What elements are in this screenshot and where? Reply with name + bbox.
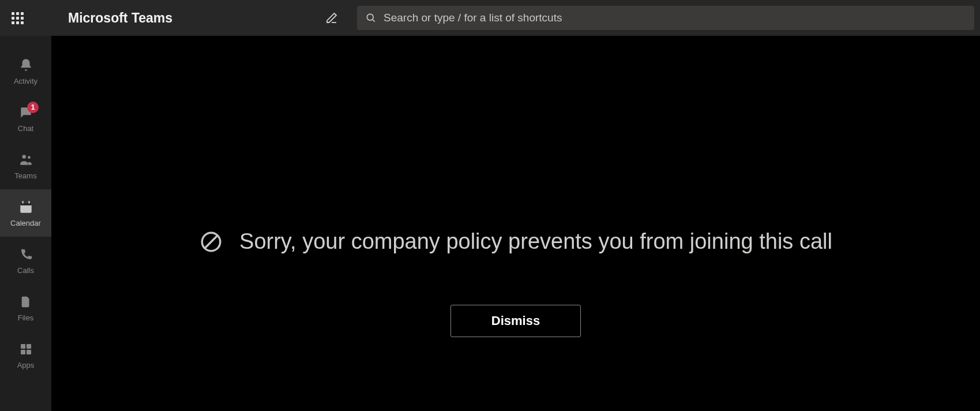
svg-rect-10 bbox=[21, 350, 25, 354]
svg-point-2 bbox=[22, 155, 26, 159]
search-box[interactable] bbox=[357, 6, 974, 30]
rail-item-apps[interactable]: Apps bbox=[0, 331, 51, 379]
main-content: Sorry, your company policy prevents you … bbox=[51, 36, 980, 411]
waffle-icon bbox=[12, 12, 24, 24]
calendar-icon bbox=[18, 199, 34, 215]
app-launcher-button[interactable] bbox=[0, 0, 35, 36]
rail-label-activity: Activity bbox=[14, 77, 37, 85]
header-bar: Microsoft Teams bbox=[0, 0, 980, 36]
svg-rect-8 bbox=[21, 344, 25, 349]
prohibited-icon bbox=[199, 230, 223, 254]
rail-item-files[interactable]: Files bbox=[0, 284, 51, 331]
rail-item-calls[interactable]: Calls bbox=[0, 237, 51, 284]
rail-label-teams: Teams bbox=[14, 171, 36, 180]
error-message-row: Sorry, your company policy prevents you … bbox=[199, 229, 832, 254]
error-message-text: Sorry, your company policy prevents you … bbox=[239, 229, 832, 254]
svg-line-13 bbox=[205, 236, 217, 248]
bell-icon bbox=[18, 57, 34, 73]
rail-label-calls: Calls bbox=[17, 266, 34, 275]
phone-icon bbox=[18, 246, 34, 263]
compose-icon bbox=[325, 11, 339, 25]
rail-label-calendar: Calendar bbox=[10, 219, 41, 227]
svg-line-1 bbox=[373, 20, 375, 22]
rail-label-chat: Chat bbox=[18, 124, 33, 133]
app-title: Microsoft Teams bbox=[68, 10, 172, 26]
rail-label-files: Files bbox=[18, 313, 33, 322]
svg-rect-9 bbox=[27, 344, 31, 349]
new-chat-button[interactable] bbox=[320, 6, 343, 29]
chat-badge: 1 bbox=[27, 102, 39, 113]
apps-icon bbox=[18, 341, 34, 357]
svg-point-3 bbox=[28, 156, 31, 159]
rail-label-apps: Apps bbox=[17, 361, 35, 369]
teams-icon bbox=[18, 152, 34, 168]
file-icon bbox=[18, 294, 34, 310]
svg-rect-11 bbox=[27, 350, 31, 354]
dismiss-button[interactable]: Dismiss bbox=[450, 305, 581, 337]
search-input[interactable] bbox=[384, 12, 966, 24]
svg-point-0 bbox=[367, 14, 373, 20]
search-icon bbox=[365, 12, 377, 24]
svg-rect-5 bbox=[20, 203, 32, 205]
rail-item-activity[interactable]: Activity bbox=[0, 47, 51, 95]
rail-item-chat[interactable]: 1 Chat bbox=[0, 95, 51, 142]
app-rail: Activity 1 Chat Teams bbox=[0, 36, 51, 411]
rail-item-calendar[interactable]: Calendar bbox=[0, 189, 51, 237]
rail-item-teams[interactable]: Teams bbox=[0, 142, 51, 189]
